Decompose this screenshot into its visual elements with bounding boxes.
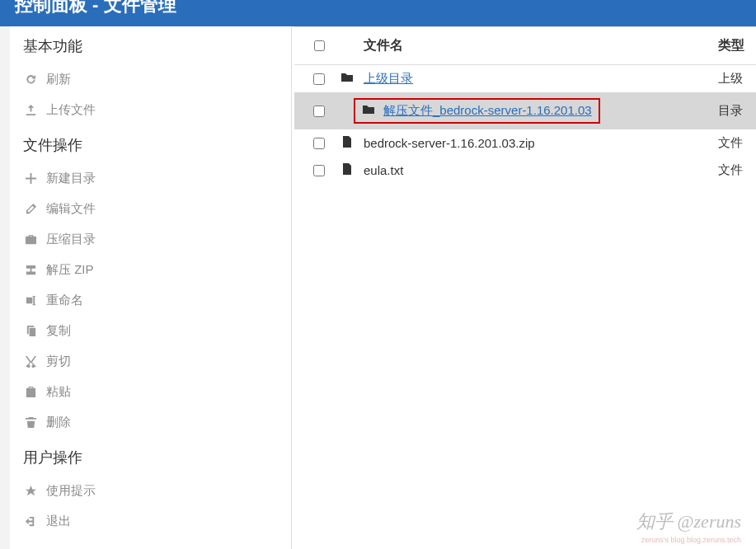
sidebar-item-label: 新建目录 xyxy=(46,171,96,186)
star-icon xyxy=(23,485,38,497)
sidebar-item-unzip[interactable]: 解压 ZIP xyxy=(10,255,291,285)
sidebar-item-label: 压缩目录 xyxy=(46,232,96,247)
row-checkbox[interactable] xyxy=(313,106,325,117)
sidebar-section-title: 用户操作 xyxy=(10,438,291,476)
page-header: 控制面板 - 文件管理 xyxy=(0,0,756,26)
copy-icon xyxy=(23,325,38,337)
file-name: bedrock-server-1.16.201.03.zip xyxy=(364,136,535,150)
pencil-icon xyxy=(23,203,38,215)
file-icon xyxy=(340,162,354,178)
logout-icon xyxy=(23,515,38,528)
file-link[interactable]: 解压文件_bedrock-server-1.16.201.03 xyxy=(383,103,592,119)
sidebar-item-trash[interactable]: 删除 xyxy=(10,407,291,438)
row-checkbox[interactable] xyxy=(313,138,325,149)
refresh-icon xyxy=(23,73,38,86)
select-all-checkbox[interactable] xyxy=(314,40,325,51)
cut-icon xyxy=(23,355,38,368)
column-header-type: 类型 xyxy=(718,37,748,54)
sidebar-item-logout[interactable]: 退出 xyxy=(10,506,291,537)
file-link[interactable]: 上级目录 xyxy=(364,71,413,85)
sidebar-item-label: 上传文件 xyxy=(46,102,96,118)
sidebar-section-title: 文件操作 xyxy=(10,125,291,163)
sidebar-item-label: 重命名 xyxy=(46,293,83,308)
table-row[interactable]: bedrock-server-1.16.201.03.zip文件 xyxy=(294,129,756,157)
table-header-row: 文件名 类型 xyxy=(294,27,756,65)
trash-icon xyxy=(23,416,38,429)
sidebar-item-upload[interactable]: 上传文件 xyxy=(10,95,291,125)
sidebar-item-pencil[interactable]: 编辑文件 xyxy=(10,194,291,224)
folder-icon xyxy=(340,71,354,87)
file-type: 文件 xyxy=(718,162,748,178)
folder-icon xyxy=(362,103,375,119)
sidebar-section-title: 基本功能 xyxy=(10,26,291,64)
upload-icon xyxy=(23,104,38,116)
sidebar-item-briefcase[interactable]: 压缩目录 xyxy=(10,224,291,255)
sidebar: 基本功能刷新上传文件文件操作新建目录编辑文件压缩目录解压 ZIP重命名复制剪切粘… xyxy=(10,26,292,549)
sidebar-item-label: 粘贴 xyxy=(46,384,71,400)
sidebar-item-label: 复制 xyxy=(46,323,71,339)
sidebar-item-copy[interactable]: 复制 xyxy=(10,316,291,346)
sidebar-item-star[interactable]: 使用提示 xyxy=(10,476,291,506)
left-gutter xyxy=(0,26,10,549)
sidebar-item-label: 编辑文件 xyxy=(46,201,96,217)
page-title: 控制面板 - 文件管理 xyxy=(15,0,176,17)
sidebar-item-rename[interactable]: 重命名 xyxy=(10,285,291,316)
row-checkbox[interactable] xyxy=(313,73,325,85)
sidebar-item-label: 剪切 xyxy=(46,354,71,369)
sidebar-item-label: 解压 ZIP xyxy=(46,262,94,278)
file-type: 文件 xyxy=(718,135,748,151)
paste-icon xyxy=(23,386,38,398)
table-row[interactable]: 解压文件_bedrock-server-1.16.201.03目录 xyxy=(294,92,756,129)
select-all-cell[interactable] xyxy=(303,40,336,51)
file-table: 文件名 类型 上级目录上级解压文件_bedrock-server-1.16.20… xyxy=(294,26,756,549)
plus-icon xyxy=(23,172,38,185)
sidebar-item-label: 刷新 xyxy=(46,72,71,87)
highlight-box: 解压文件_bedrock-server-1.16.201.03 xyxy=(354,98,600,124)
row-checkbox[interactable] xyxy=(313,165,325,176)
sidebar-item-label: 退出 xyxy=(46,514,71,529)
sidebar-item-plus[interactable]: 新建目录 xyxy=(10,163,291,194)
table-row[interactable]: eula.txt文件 xyxy=(294,157,756,184)
sidebar-item-refresh[interactable]: 刷新 xyxy=(10,64,291,95)
sidebar-item-label: 删除 xyxy=(46,415,71,430)
sidebar-item-cut[interactable]: 剪切 xyxy=(10,346,291,377)
file-icon xyxy=(340,135,354,151)
file-type: 上级 xyxy=(718,71,748,87)
briefcase-icon xyxy=(23,233,38,246)
rename-icon xyxy=(23,294,38,307)
unzip-icon xyxy=(23,264,38,276)
sidebar-item-label: 使用提示 xyxy=(46,483,96,499)
sidebar-item-paste[interactable]: 粘贴 xyxy=(10,377,291,407)
table-row[interactable]: 上级目录上级 xyxy=(294,65,756,92)
column-header-name: 文件名 xyxy=(359,37,718,54)
file-type: 目录 xyxy=(718,103,748,119)
file-name: eula.txt xyxy=(364,163,403,177)
